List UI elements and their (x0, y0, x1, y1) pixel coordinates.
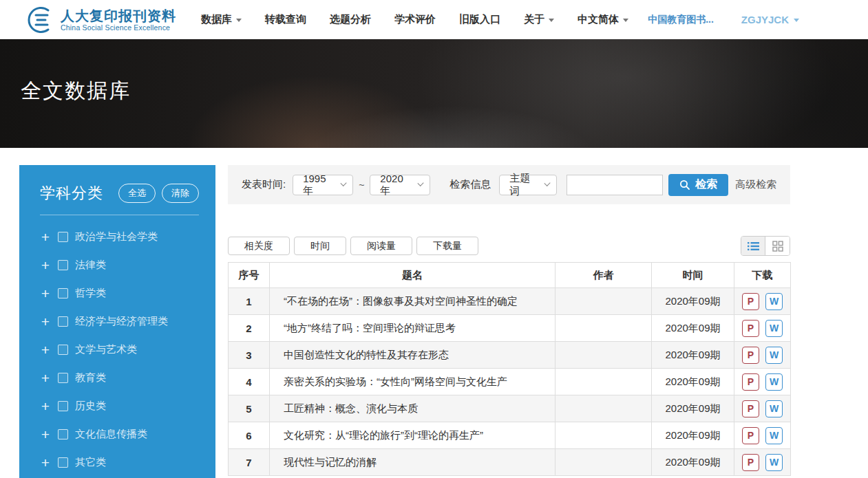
article-title-link[interactable]: 中国创造性文化的特性及其存在形态 (270, 342, 555, 369)
article-title-link[interactable]: 文化研究：从“理论的旅行”到“理论的再生产” (270, 422, 555, 449)
download-pdf-button[interactable]: P (742, 320, 759, 337)
download-pdf-button[interactable]: P (742, 454, 759, 471)
download-word-button[interactable]: W (765, 320, 783, 337)
category-label: 历史类 (75, 400, 106, 413)
nav-item-5[interactable]: 旧版入口 (459, 13, 500, 26)
category-checkbox[interactable] (58, 373, 68, 383)
category-checkbox[interactable] (58, 316, 68, 327)
range-separator: ~ (359, 180, 364, 191)
sort-button-4[interactable]: 下载量 (416, 237, 478, 255)
sort-button-1[interactable]: 相关度 (228, 237, 290, 255)
download-pdf-button[interactable]: P (742, 347, 759, 364)
expand-plus-icon[interactable]: + (40, 458, 51, 468)
sort-buttons: 相关度时间阅读量下载量 (228, 237, 483, 255)
select-all-button[interactable]: 全选 (118, 184, 156, 203)
nav-item-2[interactable]: 转载查询 (265, 13, 306, 26)
download-buttons: PW (734, 320, 790, 337)
category-checkbox[interactable] (58, 232, 68, 242)
account-menu[interactable]: ZGJYJCK (741, 14, 799, 25)
category-item-5[interactable]: +文学与艺术类 (40, 343, 199, 356)
nav-item-label: 数据库 (201, 13, 232, 26)
nav-item-label: 转载查询 (265, 13, 306, 26)
download-pdf-button[interactable]: P (742, 427, 759, 444)
nav-item-7[interactable]: 中文简体 (578, 13, 628, 26)
download-cell: PW (734, 369, 791, 395)
row-number: 1 (229, 288, 270, 315)
category-item-7[interactable]: +历史类 (40, 400, 199, 413)
advanced-search-link[interactable]: 高级检索 (735, 178, 776, 191)
article-issue: 2020年09期 (652, 369, 734, 395)
expand-plus-icon[interactable]: + (40, 430, 51, 439)
nav-item-label: 关于 (524, 13, 544, 26)
category-label: 法律类 (75, 259, 106, 272)
article-title-link[interactable]: “不在场的在场”：图像叙事及其对空间神圣性的确定 (270, 288, 555, 315)
download-pdf-button[interactable]: P (742, 400, 759, 417)
expand-plus-icon[interactable]: + (40, 402, 51, 411)
download-word-button[interactable]: W (765, 293, 783, 310)
table-row: 3中国创造性文化的特性及其存在形态2020年09期PW (229, 342, 791, 369)
category-checkbox[interactable] (58, 457, 68, 468)
download-word-button[interactable]: W (765, 373, 783, 391)
list-view-icon (748, 241, 759, 251)
article-author (555, 342, 652, 369)
article-issue: 2020年09期 (652, 422, 734, 449)
row-number: 4 (229, 369, 270, 395)
nav-item-3[interactable]: 选题分析 (330, 13, 371, 26)
list-view-button[interactable] (741, 237, 765, 255)
nav-item-1[interactable]: 数据库 (201, 13, 242, 26)
expand-plus-icon[interactable]: + (40, 261, 51, 270)
category-item-9[interactable]: +其它类 (40, 456, 199, 469)
nav-item-4[interactable]: 学术评价 (394, 13, 436, 26)
sort-button-3[interactable]: 阅读量 (350, 237, 412, 255)
article-issue: 2020年09期 (652, 395, 734, 422)
clear-button[interactable]: 清除 (162, 184, 199, 203)
download-word-button[interactable]: W (765, 347, 783, 364)
download-buttons: PW (734, 400, 790, 417)
article-issue: 2020年09期 (652, 315, 734, 342)
category-checkbox[interactable] (58, 401, 68, 411)
library-link[interactable]: 中国教育图书... (648, 14, 714, 26)
search-field-select[interactable]: 主题词 (499, 175, 557, 195)
download-pdf-button[interactable]: P (742, 293, 759, 310)
year-to-select[interactable]: 2020年 (370, 175, 430, 195)
category-label: 其它类 (75, 456, 106, 469)
category-item-2[interactable]: +法律类 (40, 259, 199, 272)
expand-plus-icon[interactable]: + (40, 289, 51, 298)
download-pdf-button[interactable]: P (742, 373, 759, 391)
category-checkbox[interactable] (58, 429, 68, 439)
article-title-link[interactable]: 现代性与记忆的消解 (270, 449, 555, 476)
category-label: 经济学与经济管理类 (75, 315, 168, 328)
category-label: 文学与艺术类 (75, 343, 137, 356)
category-item-3[interactable]: +哲学类 (40, 287, 199, 300)
category-checkbox[interactable] (58, 288, 68, 298)
article-title-link[interactable]: “地方”终结了吗：空间理论的辩证思考 (270, 315, 555, 342)
sort-button-2[interactable]: 时间 (294, 237, 346, 255)
download-word-button[interactable]: W (765, 454, 783, 471)
category-item-8[interactable]: +文化信息传播类 (40, 428, 199, 441)
expand-plus-icon[interactable]: + (40, 373, 51, 383)
nav-item-label: 选题分析 (330, 13, 371, 26)
expand-plus-icon[interactable]: + (40, 317, 51, 327)
search-input[interactable] (567, 175, 663, 195)
expand-plus-icon[interactable]: + (40, 345, 51, 355)
nav-item-6[interactable]: 关于 (524, 13, 554, 26)
year-from-select[interactable]: 1995年 (293, 175, 353, 195)
brand-subtitle: China Social Science Excellence (61, 23, 176, 32)
brand-logo[interactable]: 人大复印报刊资料 China Social Science Excellence (19, 6, 176, 34)
download-word-button[interactable]: W (765, 400, 783, 417)
download-word-button[interactable]: W (765, 427, 783, 444)
chevron-down-icon (549, 19, 554, 22)
download-buttons: PW (734, 427, 790, 444)
category-item-4[interactable]: +经济学与经济管理类 (40, 315, 199, 328)
category-checkbox[interactable] (58, 260, 68, 270)
row-number: 2 (229, 315, 270, 342)
article-title-link[interactable]: 工匠精神：概念、演化与本质 (270, 395, 555, 422)
category-checkbox[interactable] (58, 345, 68, 355)
search-button[interactable]: 检索 (668, 174, 728, 196)
grid-view-button[interactable] (765, 237, 790, 255)
article-title-link[interactable]: 亲密关系的实验场：“女性向”网络空间与文化生产 (270, 369, 555, 395)
category-item-6[interactable]: +教育类 (40, 371, 199, 384)
download-buttons: PW (734, 347, 790, 364)
expand-plus-icon[interactable]: + (40, 232, 51, 242)
category-item-1[interactable]: +政治学与社会学类 (40, 230, 199, 243)
